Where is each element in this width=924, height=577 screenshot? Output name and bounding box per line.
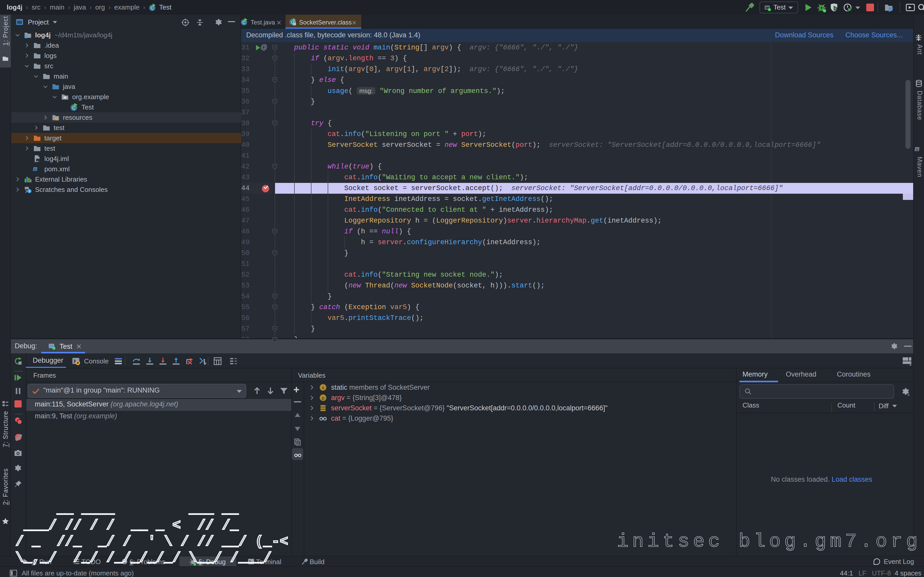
svg-text:s: s [322, 385, 324, 390]
svg-text:C: C [242, 20, 246, 25]
svg-text:p: p [322, 395, 324, 401]
svg-text:C: C [72, 105, 76, 111]
svg-text:C: C [151, 6, 154, 10]
